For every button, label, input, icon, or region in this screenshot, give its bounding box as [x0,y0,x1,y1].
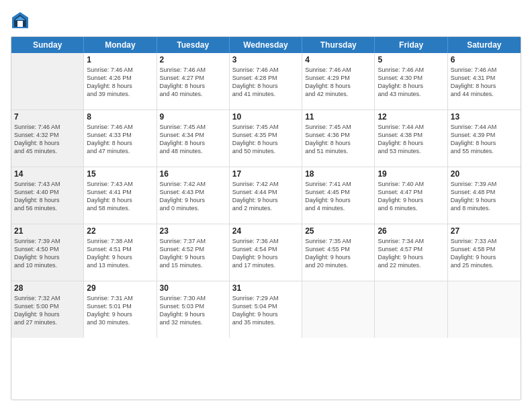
cal-cell-25: 25Sunrise: 7:35 AMSunset: 4:55 PMDayligh… [302,224,375,281]
cell-info-line: Daylight: 8 hours [232,82,299,90]
cell-info-line: Sunrise: 7:46 AM [232,66,299,74]
cell-info-line: Sunrise: 7:44 AM [378,123,444,131]
header-day-monday: Monday [84,37,157,53]
cell-info-line: and 35 minutes. [232,318,299,326]
cell-info-line: and 45 minutes. [14,147,81,155]
cell-info-line: Sunrise: 7:46 AM [160,66,226,74]
cell-info-line: Sunset: 4:44 PM [232,188,299,196]
cell-info-line: Sunset: 5:03 PM [160,302,226,310]
cal-cell-26: 26Sunrise: 7:34 AMSunset: 4:57 PMDayligh… [375,224,447,281]
day-number: 22 [87,226,153,236]
cell-info-line: Daylight: 9 hours [378,253,444,261]
header-day-tuesday: Tuesday [157,37,230,53]
cell-info-line: Sunrise: 7:43 AM [87,180,153,188]
cell-info-line: Daylight: 8 hours [87,139,153,147]
cal-cell-18: 18Sunrise: 7:41 AMSunset: 4:45 PMDayligh… [302,167,375,224]
calendar-week-0: 1Sunrise: 7:46 AMSunset: 4:26 PMDaylight… [11,53,521,110]
cell-info-line: and 44 minutes. [451,90,518,98]
cal-cell-28: 28Sunrise: 7:32 AMSunset: 5:00 PMDayligh… [11,281,84,338]
cell-info-line: Sunset: 4:31 PM [451,74,518,82]
cell-info-line: Sunrise: 7:35 AM [305,237,371,245]
cell-info-line: and 30 minutes. [87,318,153,326]
cell-info-line: Sunrise: 7:46 AM [378,66,444,74]
day-number: 9 [160,112,226,122]
day-number: 18 [305,169,371,179]
cell-info-line: Sunrise: 7:39 AM [14,237,81,245]
day-number: 12 [378,112,444,122]
cell-info-line: Sunset: 4:38 PM [378,131,444,139]
cal-cell-1: 1Sunrise: 7:46 AMSunset: 4:26 PMDaylight… [84,53,157,109]
day-number: 8 [87,112,153,122]
logo [11,11,32,30]
cell-info-line: and 20 minutes. [305,261,371,269]
cell-info-line: Sunset: 4:54 PM [232,245,299,253]
calendar-body: 1Sunrise: 7:46 AMSunset: 4:26 PMDaylight… [11,53,521,338]
header-day-thursday: Thursday [302,37,375,53]
cell-info-line: Daylight: 8 hours [160,82,226,90]
cell-info-line: Sunset: 4:34 PM [160,131,226,139]
cell-info-line: Daylight: 8 hours [451,82,518,90]
cell-info-line: Sunrise: 7:42 AM [160,180,226,188]
cell-info-line: Daylight: 8 hours [160,139,226,147]
calendar: SundayMondayTuesdayWednesdayThursdayFrid… [11,36,521,400]
logo-icon [11,11,30,30]
cal-cell-2: 2Sunrise: 7:46 AMSunset: 4:27 PMDaylight… [157,53,230,109]
cell-info-line: Sunset: 5:01 PM [87,302,153,310]
cal-cell-30: 30Sunrise: 7:30 AMSunset: 5:03 PMDayligh… [157,281,230,338]
cal-cell-7: 7Sunrise: 7:46 AMSunset: 4:32 PMDaylight… [11,110,84,167]
cell-info-line: Sunset: 4:47 PM [378,188,444,196]
cal-cell-19: 19Sunrise: 7:40 AMSunset: 4:47 PMDayligh… [375,167,447,224]
cell-info-line: Sunset: 4:43 PM [160,188,226,196]
day-number: 29 [87,283,153,293]
cell-info-line: and 56 minutes. [14,204,81,212]
cell-info-line: Sunset: 5:04 PM [232,302,299,310]
day-number: 5 [378,55,444,64]
cell-info-line: and 32 minutes. [160,318,226,326]
header [11,11,521,30]
cell-info-line: Sunset: 4:50 PM [14,245,81,253]
cell-info-line: Sunrise: 7:39 AM [451,180,518,188]
cell-info-line: and 25 minutes. [451,261,518,269]
day-number: 2 [160,55,226,64]
header-day-wednesday: Wednesday [230,37,302,53]
cell-info-line: Sunrise: 7:34 AM [378,237,444,245]
page: SundayMondayTuesdayWednesdayThursdayFrid… [0,0,532,411]
cell-info-line: Daylight: 9 hours [160,253,226,261]
cell-info-line: Sunset: 4:45 PM [305,188,371,196]
cal-cell-11: 11Sunrise: 7:45 AMSunset: 4:36 PMDayligh… [302,110,375,167]
cell-info-line: Daylight: 9 hours [451,196,518,204]
day-number: 26 [378,226,444,236]
cell-info-line: Sunset: 4:29 PM [305,74,371,82]
cell-info-line: Daylight: 9 hours [232,196,299,204]
cal-cell-14: 14Sunrise: 7:43 AMSunset: 4:40 PMDayligh… [11,167,84,224]
cell-info-line: Sunrise: 7:32 AM [14,294,81,302]
cell-info-line: Sunrise: 7:45 AM [305,123,371,131]
cell-info-line: and 43 minutes. [378,90,444,98]
cell-info-line: Daylight: 9 hours [87,253,153,261]
cell-info-line: Sunset: 4:30 PM [378,74,444,82]
cal-cell-9: 9Sunrise: 7:45 AMSunset: 4:34 PMDaylight… [157,110,230,167]
day-number: 24 [232,226,299,236]
header-day-sunday: Sunday [11,37,84,53]
day-number: 10 [232,112,299,122]
day-number: 16 [160,169,226,179]
cell-info-line: Daylight: 9 hours [160,310,226,318]
cal-cell-empty-0 [11,53,84,109]
cell-info-line: Daylight: 8 hours [87,82,153,90]
calendar-week-4: 28Sunrise: 7:32 AMSunset: 5:00 PMDayligh… [11,281,521,338]
cell-info-line: and 50 minutes. [232,147,299,155]
cal-cell-29: 29Sunrise: 7:31 AMSunset: 5:01 PMDayligh… [84,281,157,338]
cell-info-line: Sunset: 4:27 PM [160,74,226,82]
cell-info-line: and 41 minutes. [232,90,299,98]
calendar-header: SundayMondayTuesdayWednesdayThursdayFrid… [11,37,521,53]
cell-info-line: Daylight: 8 hours [14,196,81,204]
cell-info-line: Sunrise: 7:41 AM [305,180,371,188]
cal-cell-13: 13Sunrise: 7:44 AMSunset: 4:39 PMDayligh… [448,110,521,167]
cal-cell-16: 16Sunrise: 7:42 AMSunset: 4:43 PMDayligh… [157,167,230,224]
cell-info-line: Daylight: 9 hours [160,196,226,204]
cell-info-line: and 8 minutes. [451,204,518,212]
cell-info-line: and 53 minutes. [378,147,444,155]
cell-info-line: Sunset: 4:40 PM [14,188,81,196]
day-number: 14 [14,169,81,179]
cell-info-line: and 47 minutes. [87,147,153,155]
